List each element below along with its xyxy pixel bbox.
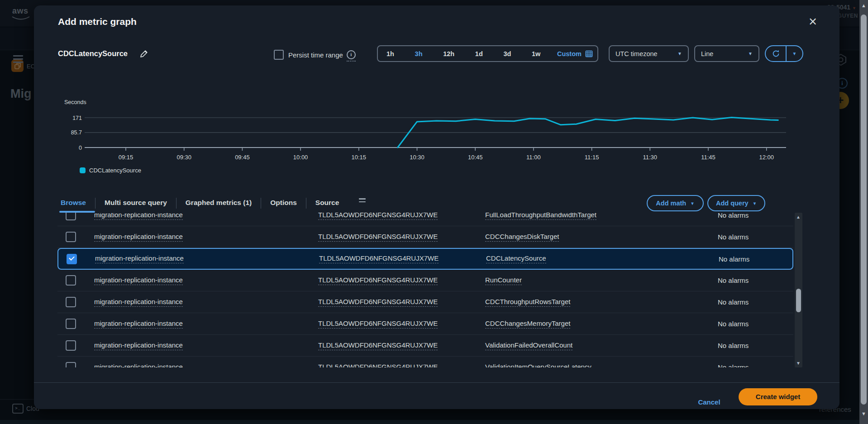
row-checkbox[interactable] <box>66 319 76 329</box>
svg-text:10:30: 10:30 <box>410 154 424 161</box>
svg-text:09:45: 09:45 <box>235 154 250 161</box>
table-scrollbar-thumb[interactable] <box>796 289 801 312</box>
footer-divider <box>34 382 839 383</box>
close-icon[interactable]: × <box>803 13 822 32</box>
tab-source[interactable]: Source <box>306 199 348 211</box>
alarms-cell: No alarms <box>718 276 793 284</box>
svg-text:09:30: 09:30 <box>176 154 191 161</box>
cancel-button[interactable]: Cancel <box>691 394 727 411</box>
instance-link[interactable]: migration-replication-instance <box>94 363 183 368</box>
range-12h[interactable]: 12h <box>439 50 458 57</box>
resource-id-link[interactable]: TLDL5AOWDFD6NFGNSG4RUJX7WE <box>318 233 438 242</box>
tab-list-icon[interactable] <box>359 198 366 204</box>
table-row-selected[interactable]: migration-replication-instance TLDL5AOWD… <box>57 248 793 270</box>
svg-text:10:45: 10:45 <box>468 154 483 161</box>
refresh-icon[interactable] <box>766 46 787 61</box>
graph-title: CDCLatencySource <box>58 49 128 58</box>
page-scrollbar-thumb[interactable] <box>861 14 867 405</box>
metric-name-link[interactable]: RunCounter <box>485 276 522 285</box>
resource-id-link[interactable]: TLDL5AOWDFD6NFGNSG4RUJX7WE <box>319 254 439 263</box>
table-row[interactable]: migration-replication-instance TLDL5AOWD… <box>57 226 793 248</box>
metric-tabs: Browse Multi source query Graphed metric… <box>59 197 366 211</box>
persist-label: Persist time range <box>288 51 343 59</box>
calendar-icon <box>585 50 593 57</box>
metric-name-link[interactable]: CDCLatencySource <box>486 254 546 263</box>
refresh-options-caret[interactable]: ▼ <box>787 46 802 61</box>
chart-type-select[interactable]: Line ▼ <box>694 45 759 62</box>
table-scrollbar[interactable]: ▲ ▼ <box>795 213 802 367</box>
scroll-down-arrow-icon[interactable]: ▼ <box>861 411 866 416</box>
row-checkbox[interactable] <box>66 232 76 242</box>
table-row[interactable]: migration-replication-instance TLDL5AOWD… <box>57 291 793 313</box>
metric-name-link[interactable]: FullLoadThroughputBandwidthTarget <box>485 213 596 220</box>
instance-link[interactable]: migration-replication-instance <box>95 254 184 263</box>
instance-link[interactable]: migration-replication-instance <box>94 213 183 220</box>
resource-id-link[interactable]: TLDL5AOWDFD6NFGNSG4RUJX7WE <box>318 363 438 368</box>
instance-link[interactable]: migration-replication-instance <box>94 298 183 307</box>
info-icon[interactable]: i <box>347 50 356 59</box>
table-row[interactable]: migration-replication-instance TLDL5AOWD… <box>57 213 793 226</box>
resource-id-link[interactable]: TLDL5AOWDFD6NFGNSG4RUJX7WE <box>318 341 438 350</box>
svg-text:09:15: 09:15 <box>119 154 134 161</box>
row-checkbox[interactable] <box>66 297 76 307</box>
range-1d[interactable]: 1d <box>471 50 487 57</box>
tab-browse[interactable]: Browse <box>59 199 95 211</box>
table-row[interactable]: migration-replication-instance TLDL5AOWD… <box>57 357 793 367</box>
range-1h[interactable]: 1h <box>382 50 398 57</box>
timezone-select[interactable]: UTC timezone ▼ <box>609 45 689 62</box>
refresh-split-button[interactable]: ▼ <box>765 45 803 62</box>
add-math-button[interactable]: Add math ▼ <box>647 195 704 211</box>
page-scrollbar[interactable]: ▲ ▼ <box>859 0 868 424</box>
instance-link[interactable]: migration-replication-instance <box>94 276 183 285</box>
resource-id-link[interactable]: TLDL5AOWDFD6NFGNSG4RUJX7WE <box>318 276 438 285</box>
range-3d[interactable]: 3d <box>499 50 515 57</box>
row-checkbox[interactable] <box>66 362 76 367</box>
table-row[interactable]: migration-replication-instance TLDL5AOWD… <box>57 270 793 291</box>
chevron-down-icon: ▼ <box>690 201 694 206</box>
alarms-cell: No alarms <box>718 342 793 349</box>
metric-line-chart: Seconds17185.7009:1509:3009:4510:0010:15… <box>52 81 794 188</box>
resource-id-link[interactable]: TLDL5AOWDFD6NFGNSG4RUJX7WE <box>318 298 438 307</box>
table-row[interactable]: migration-replication-instance TLDL5AOWD… <box>57 313 793 335</box>
svg-text:171: 171 <box>72 115 82 121</box>
row-checkbox[interactable] <box>66 213 76 220</box>
table-scroll-down-icon[interactable]: ▼ <box>796 361 801 366</box>
persist-checkbox[interactable] <box>274 50 284 60</box>
tab-options[interactable]: Options <box>261 199 306 211</box>
edit-pencil-icon[interactable] <box>139 49 149 59</box>
range-1w[interactable]: 1w <box>528 50 544 57</box>
instance-link[interactable]: migration-replication-instance <box>94 233 183 242</box>
persist-time-range-group: Persist time range i <box>274 50 356 60</box>
resource-id-link[interactable]: TLDL5AOWDFD6NFGNSG4RUJX7WE <box>318 213 438 220</box>
svg-text:0: 0 <box>79 145 82 151</box>
tab-graphed-metrics[interactable]: Graphed metrics (1) <box>176 199 261 211</box>
range-3h-selected[interactable]: 3h <box>411 50 427 57</box>
custom-range-button[interactable]: Custom <box>557 50 593 57</box>
svg-text:10:15: 10:15 <box>352 154 367 161</box>
instance-link[interactable]: migration-replication-instance <box>94 319 183 329</box>
metric-name-link[interactable]: CDCChangesDiskTarget <box>485 233 559 242</box>
chevron-down-icon: ▼ <box>753 201 757 206</box>
table-scroll-up-icon[interactable]: ▲ <box>796 214 801 219</box>
row-checkbox[interactable] <box>66 340 76 351</box>
scroll-up-arrow-icon[interactable]: ▲ <box>861 3 866 8</box>
alarms-cell: No alarms <box>718 298 793 306</box>
metric-name-link[interactable]: CDCThroughputRowsTarget <box>485 298 570 307</box>
table-row[interactable]: migration-replication-instance TLDL5AOWD… <box>57 335 793 357</box>
row-checkbox[interactable] <box>67 254 77 264</box>
metric-name-link[interactable]: ValidationFailedOverallCount <box>485 341 572 350</box>
metric-name-link[interactable]: CDCChangesMemoryTarget <box>485 319 570 329</box>
metric-name-link[interactable]: ValidationItemQuerySourceLatency <box>485 363 591 368</box>
tab-multi-source-query[interactable]: Multi source query <box>95 199 176 211</box>
create-widget-button[interactable]: Create widget <box>739 388 817 405</box>
svg-text:11:15: 11:15 <box>585 154 599 161</box>
modal-title: Add metric graph <box>58 16 137 27</box>
svg-text:10:00: 10:00 <box>293 154 308 161</box>
resource-id-link[interactable]: TLDL5AOWDFD6NFGNSG4RUJX7WE <box>318 319 438 329</box>
svg-text:12:00: 12:00 <box>759 154 774 161</box>
alarms-cell: No alarms <box>718 213 793 219</box>
add-query-button[interactable]: Add query ▼ <box>707 195 765 211</box>
row-checkbox[interactable] <box>66 275 76 286</box>
svg-text:85.7: 85.7 <box>71 129 82 136</box>
instance-link[interactable]: migration-replication-instance <box>94 341 183 350</box>
